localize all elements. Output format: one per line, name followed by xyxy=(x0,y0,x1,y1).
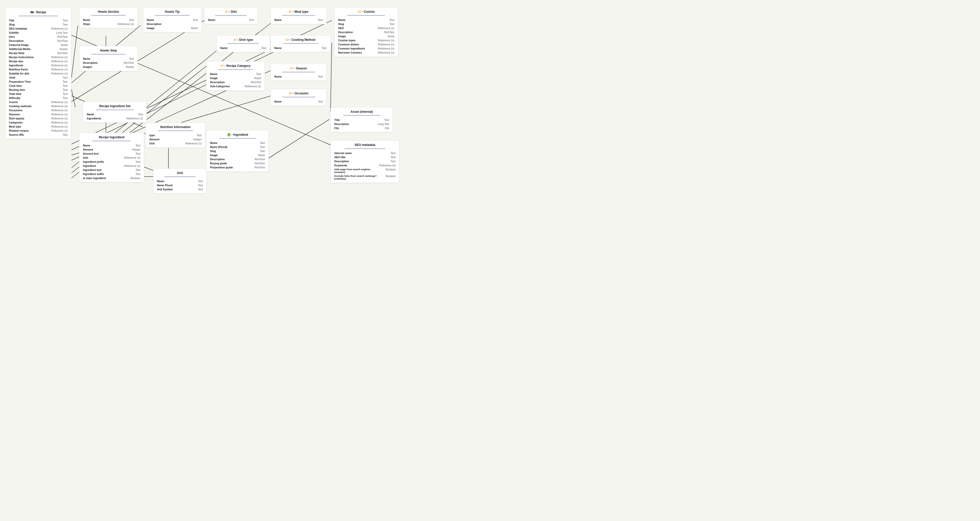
connections-overlay xyxy=(0,0,980,521)
recipe-underline xyxy=(19,16,58,16)
recipe-category-header: 🏷 - Recipe Category xyxy=(207,62,265,69)
cooking-method-underline xyxy=(283,43,318,44)
meal-type-name: NameText xyxy=(271,18,326,24)
recipe-field-difficulty: DifficultyText xyxy=(5,96,71,100)
ri-ingredient-text: Ingredient textText xyxy=(80,168,144,172)
recipe-field-seo: SEO metadataReference (1) xyxy=(5,27,71,31)
ai-title: TitleText xyxy=(331,118,393,122)
ni-type: typeText xyxy=(146,133,205,137)
recipe-category-description: DescriptionRichText xyxy=(207,80,265,84)
recipe-icon: 🍽 xyxy=(30,11,33,14)
recipe-field-tips: Recipe tipsReference (n) xyxy=(5,59,71,63)
season-underline xyxy=(282,72,315,73)
ris-ingredients: IngredientsReference (n) xyxy=(83,116,146,122)
asset-internal-entity: Asset (internal) TitleText DescriptionLo… xyxy=(331,107,393,132)
cuisine-types: Cuisine typesReference (n) xyxy=(334,38,398,42)
cuisine-common-dishes: Common dishesReference (n) xyxy=(334,42,398,46)
recipe-category-sub: Sub-CategoriesReference (1) xyxy=(207,84,265,91)
howto-tip-image: ImageAsset xyxy=(143,26,201,32)
recipe-field-meal-type: Meal typeReference (n) xyxy=(5,124,71,129)
occasion-underline xyxy=(282,97,315,97)
ri-amount: AmountInteger xyxy=(80,148,144,152)
recipe-field-resting-time: Resting timeText xyxy=(5,88,71,92)
howto-tip-underline xyxy=(155,15,190,16)
meal-type-icon: 🏷 xyxy=(289,10,292,14)
recipe-field-title: TitleText xyxy=(5,18,71,22)
ris-name: NameText xyxy=(83,112,146,116)
recipe-field-yield: YieldText xyxy=(5,76,71,79)
recipe-field-categories: CategoriesReference (n) xyxy=(5,121,71,124)
unit-underline xyxy=(164,176,196,177)
ing-image: ImageAsset xyxy=(207,153,269,157)
recipe-ingredient-set-underline xyxy=(96,110,134,110)
seo-hide-page: Hide page from search engines (noindex)B… xyxy=(331,167,399,174)
season-name: NameText xyxy=(271,75,326,81)
nutrition-info-header: Nutrition Information xyxy=(146,123,205,130)
occasion-header: 🏷 - Occasion xyxy=(271,89,326,97)
asset-internal-underline xyxy=(343,115,380,116)
howto-step-name: NameText xyxy=(80,57,138,61)
ingredient-entity: 🍏 - Ingredient NameText Name (Plural)Tex… xyxy=(206,130,269,172)
howto-tip-entity: Howto Tip NameText Description ImageAsse… xyxy=(143,7,202,32)
dish-type-entity: 🏷 - Dish type NameText xyxy=(216,35,270,52)
howto-tip-header: Howto Tip xyxy=(143,7,201,15)
nutrition-info-entity: Nutrition Information typeText AmountInt… xyxy=(145,122,205,148)
recipe-field-dish-types: Dish type(s)Reference (n) xyxy=(5,116,71,121)
asset-internal-header: Asset (internal) xyxy=(331,107,393,115)
recipe-header: 🍽 - Recipe xyxy=(5,8,71,16)
occasion-name: NameText xyxy=(271,100,326,106)
seo-internal-name: Internal nameText xyxy=(331,151,399,155)
recipe-ingredient-entity: Recipe Ingredient NameText AmountInteger… xyxy=(79,133,144,183)
recipe-category-image: ImageAsset xyxy=(207,76,265,80)
ing-name-plural: Name (Plural)Text xyxy=(207,145,269,149)
dish-type-name: NameText xyxy=(217,46,270,52)
ri-ingredient-suffix: Ingredient suffixText xyxy=(80,172,144,176)
cooking-method-name: NameText xyxy=(271,46,330,52)
howto-step-images: ImagesAssets xyxy=(80,65,138,71)
svg-line-3 xyxy=(72,89,75,107)
cooking-method-header: 🏷 - Cooking Method xyxy=(271,35,330,43)
recipe-field-seasons: SeasonsReference (n) xyxy=(5,112,71,116)
ing-prep-guide: Preparation guideRichText xyxy=(207,165,269,172)
howto-tip-description: Description xyxy=(143,22,201,26)
recipe-category-underline xyxy=(218,69,253,70)
recipe-field-prep-time: Preparation TimeText xyxy=(5,79,71,84)
diet-entity: 🏷 - Diet NameText xyxy=(204,7,258,24)
diet-underline xyxy=(215,15,247,16)
seo-metadata-header: SEO metadata xyxy=(331,141,399,148)
howto-step-header: Howto Step xyxy=(80,46,138,54)
meal-type-underline xyxy=(282,15,315,16)
cuisine-header: 🏷 - Cuisine xyxy=(334,7,398,15)
ri-ingredient: IngredientReference (1) xyxy=(80,164,144,168)
ingredient-header: 🍏 - Ingredient xyxy=(207,130,269,138)
diet-icon: 🏷 xyxy=(225,10,228,14)
season-icon: 🏷 xyxy=(290,67,293,70)
recipe-field-source-url: Source URLText xyxy=(5,133,71,139)
recipe-field-additional-media: Additional MediaAssets xyxy=(5,47,71,51)
seo-title: SEO titleText xyxy=(331,155,399,159)
recipe-field-occasions: OccasionsReference (n) xyxy=(5,108,71,112)
ri-ingredient-prefix: Ingredient prefixText xyxy=(80,160,144,164)
unit-header: Unit xyxy=(153,168,207,176)
schema-canvas: 🍽 - Recipe TitleText SlugText SEO metada… xyxy=(0,0,980,521)
recipe-field-diet: Suitable for dietReference (n) xyxy=(5,71,71,76)
ri-amount-text: Amount textText xyxy=(80,152,144,156)
ai-description: DescriptionLong Text xyxy=(331,122,393,126)
meal-type-entity: 🏷 - Meal type NameText xyxy=(270,7,327,24)
ingredient-underline xyxy=(219,138,256,139)
cuisine-underline xyxy=(347,15,385,16)
recipe-field-intro: IntroRichText xyxy=(5,35,71,39)
ing-buying-guide: Buying guideRichText xyxy=(207,161,269,165)
howto-step-underline xyxy=(91,54,126,55)
cuisine-description: DescriptionRichText xyxy=(334,30,398,34)
seo-description: DescriptionText xyxy=(331,159,399,163)
cuisine-image: ImageAsset xyxy=(334,34,398,38)
ing-description: DescriptionRichText xyxy=(207,157,269,161)
seo-exclude-links: Exclude links from search rankings? (nof… xyxy=(331,174,399,183)
recipe-category-icon: 🏷 xyxy=(221,64,224,68)
nutrition-info-underline xyxy=(158,130,193,131)
diet-header: 🏷 - Diet xyxy=(204,7,258,15)
cooking-method-icon: 🏷 xyxy=(286,38,289,41)
seo-keywords: KeywordsReference (n) xyxy=(331,163,399,167)
recipe-field-cooking-methods: Cooking methodsReference (n) xyxy=(5,104,71,108)
